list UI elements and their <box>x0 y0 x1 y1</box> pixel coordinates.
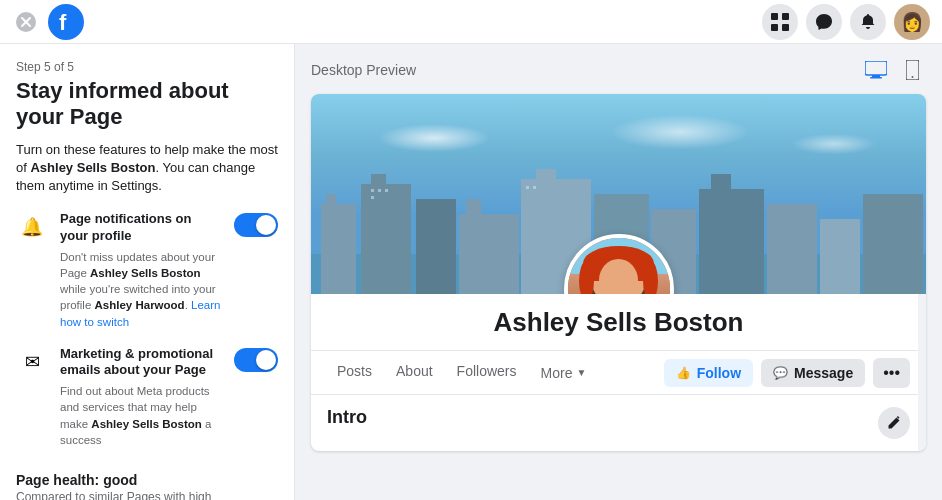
svg-rect-37 <box>378 189 381 192</box>
page-health-title: Page health: good <box>16 472 278 488</box>
svg-rect-8 <box>782 24 789 31</box>
page-nav-tabs: Posts About Followers More ▼ <box>327 351 596 394</box>
edit-intro-button[interactable] <box>878 407 910 439</box>
svg-text:f: f <box>59 10 67 35</box>
nav-right: 👩 <box>762 4 930 40</box>
apps-icon-button[interactable] <box>762 4 798 40</box>
message-icon: 💬 <box>773 366 788 380</box>
step-label: Step 5 of 5 <box>16 60 278 74</box>
desktop-preview-icon[interactable] <box>862 56 890 84</box>
page-health-section: Page health: good Compared to similar Pa… <box>16 472 278 500</box>
profile-picture <box>564 234 674 294</box>
svg-rect-7 <box>771 24 778 31</box>
follow-label: Follow <box>697 365 741 381</box>
bell-icon: 🔔 <box>16 211 48 243</box>
svg-rect-21 <box>466 199 481 219</box>
toggle-item-notifications-title: Page notifications on your profile <box>60 211 222 245</box>
svg-rect-39 <box>371 196 374 199</box>
panel-title: Stay informed about your Page <box>16 78 278 131</box>
toggle-item-notifications-content: Page notifications on your profile Don't… <box>60 211 222 329</box>
notifications-icon-button[interactable] <box>850 4 886 40</box>
profile-picture-inner <box>568 238 670 294</box>
svg-rect-9 <box>865 61 887 75</box>
svg-rect-41 <box>533 186 536 189</box>
svg-rect-27 <box>711 174 731 194</box>
svg-rect-16 <box>326 194 336 209</box>
email-icon: ✉ <box>16 346 48 378</box>
toggle-item-marketing-desc: Find out about Meta products and service… <box>60 383 222 447</box>
preview-header: Desktop Preview <box>311 56 926 84</box>
tab-followers[interactable]: Followers <box>447 351 527 394</box>
follow-icon: 👍 <box>676 366 691 380</box>
toggle-item-notifications: 🔔 Page notifications on your profile Don… <box>16 211 278 329</box>
main-content: Step 5 of 5 Stay informed about your Pag… <box>0 44 942 500</box>
svg-rect-18 <box>371 174 386 189</box>
svg-rect-40 <box>526 186 529 189</box>
page-health-subtitle: Compared to similar Pages with high enga… <box>16 490 278 500</box>
svg-rect-6 <box>782 13 789 20</box>
messenger-icon-button[interactable] <box>806 4 842 40</box>
panel-description: Turn on these features to help make the … <box>16 141 278 196</box>
tab-posts[interactable]: Posts <box>327 351 382 394</box>
user-avatar[interactable]: 👩 <box>894 4 930 40</box>
nav-actions: 👍 Follow 💬 Message ••• <box>664 358 910 388</box>
intro-section: Intro <box>311 394 926 451</box>
svg-rect-36 <box>371 189 374 192</box>
toggle-item-notifications-desc: Don't miss updates about your Page Ashle… <box>60 249 222 329</box>
follow-button[interactable]: 👍 Follow <box>664 359 753 387</box>
svg-rect-11 <box>870 77 882 79</box>
preview-device-icons <box>862 56 926 84</box>
svg-point-13 <box>911 76 913 78</box>
tab-more[interactable]: More ▼ <box>531 351 597 394</box>
fb-page-preview: Ashley Sells Boston Posts About Follower… <box>311 94 926 451</box>
preview-title: Desktop Preview <box>311 62 416 78</box>
mobile-preview-icon[interactable] <box>898 56 926 84</box>
svg-rect-5 <box>771 13 778 20</box>
nav-left: f <box>12 4 84 40</box>
facebook-logo: f <box>48 4 84 40</box>
svg-rect-38 <box>385 189 388 192</box>
toggle-item-marketing-content: Marketing & promotional emails about you… <box>60 346 222 448</box>
right-panel: Desktop Preview <box>295 44 942 500</box>
page-navigation: Posts About Followers More ▼ 👍 Follow 💬 <box>311 350 926 394</box>
toggle-item-marketing: ✉ Marketing & promotional emails about y… <box>16 346 278 448</box>
chevron-down-icon: ▼ <box>576 367 586 378</box>
tab-about[interactable]: About <box>386 351 443 394</box>
more-label: More <box>541 365 573 381</box>
marketing-toggle[interactable] <box>234 348 278 372</box>
close-button[interactable] <box>12 8 40 36</box>
top-navigation: f 👩 <box>0 0 942 44</box>
message-button[interactable]: 💬 Message <box>761 359 865 387</box>
intro-title: Intro <box>327 407 367 428</box>
page-name: Ashley Sells Boston <box>494 307 744 338</box>
toggle-item-marketing-title: Marketing & promotional emails about you… <box>60 346 222 380</box>
svg-rect-23 <box>536 169 556 184</box>
left-panel: Step 5 of 5 Stay informed about your Pag… <box>0 44 295 500</box>
notifications-toggle[interactable] <box>234 213 278 237</box>
message-label: Message <box>794 365 853 381</box>
svg-rect-10 <box>872 75 880 77</box>
more-actions-button[interactable]: ••• <box>873 358 910 388</box>
